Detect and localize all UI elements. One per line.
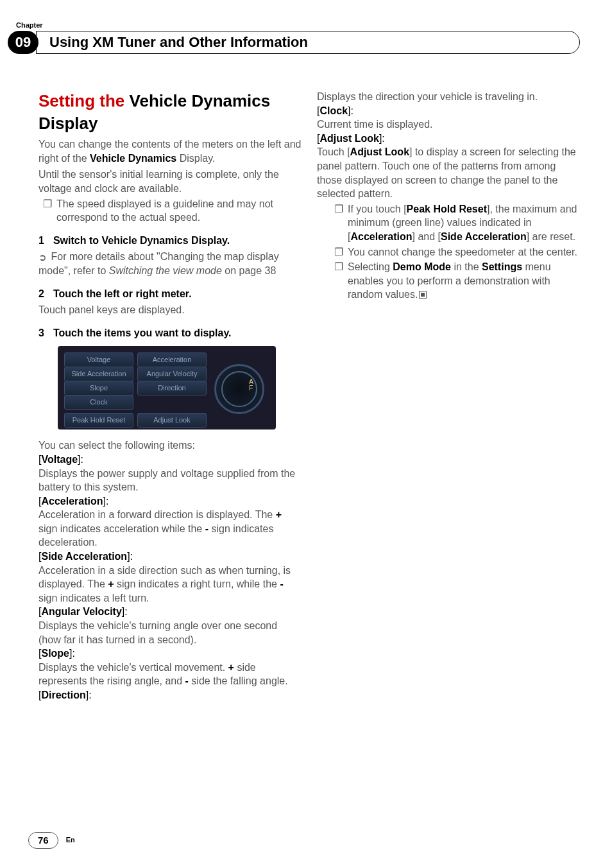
item-slope-body: Displays the vehicle's vertical movement… <box>38 661 302 688</box>
ss-btn-direction: Direction <box>137 381 207 395</box>
note-peak-reset-text: If you touch [Peak Hold Reset], the maxi… <box>348 202 580 244</box>
heading-red: Setting the <box>38 91 130 110</box>
ss-btn-peak-hold-reset: Peak Hold Reset <box>64 413 133 428</box>
chapter-label: Chapter <box>16 21 43 30</box>
item-voltage: [Voltage]: <box>38 453 302 467</box>
intro-para-1: You can change the contents of the meter… <box>38 137 302 165</box>
ss-btn-voltage: Voltage <box>64 352 133 367</box>
intro-para-2: Until the sensor's initial learning is c… <box>38 168 302 195</box>
page-footer: 76 En <box>28 832 75 849</box>
item-acceleration-body: Acceleration in a forward direction is d… <box>38 508 302 550</box>
item-adjust-look-body: Touch [Adjust Look] to display a screen … <box>317 145 580 200</box>
note-demo-mode: ❐ Selecting Demo Mode in the Settings me… <box>330 260 580 302</box>
ss-btn-acceleration: Acceleration <box>137 352 207 367</box>
note-center-speedo: ❐ You cannot change the speedometer at t… <box>330 245 580 259</box>
item-voltage-body: Displays the power supply and voltage su… <box>38 467 302 494</box>
ss-btn-slope: Slope <box>64 381 133 395</box>
item-side-acceleration: [Side Acceleration]: <box>38 550 302 564</box>
right-column: Displays the direction your vehicle is t… <box>317 90 580 702</box>
note-icon: ❐ <box>330 202 348 244</box>
left-column: Setting the Vehicle Dynamics Display You… <box>38 90 302 702</box>
item-slope: [Slope]: <box>38 647 302 661</box>
note-peak-reset: ❐ If you touch [Peak Hold Reset], the ma… <box>330 202 580 244</box>
item-direction-body: Displays the direction your vehicle is t… <box>317 90 580 104</box>
item-angular-velocity-body: Displays the vehicle's turning angle ove… <box>38 619 302 647</box>
item-angular-velocity: [Angular Velocity]: <box>38 605 302 619</box>
item-clock: [Clock]: <box>317 104 580 118</box>
step-1-body: ➲ For more details about "Changing the m… <box>38 250 302 277</box>
page-language: En <box>66 835 75 845</box>
note-demo-mode-text: Selecting Demo Mode in the Settings menu… <box>348 260 580 302</box>
item-acceleration: [Acceleration]: <box>38 494 302 508</box>
end-section-icon <box>419 291 427 299</box>
note-bullet: ❐ The speed displayed is a guideline and… <box>38 197 302 225</box>
device-screenshot: Voltage Acceleration Side Acceleration A… <box>58 346 276 430</box>
ss-btn-side-acceleration: Side Acceleration <box>64 367 133 381</box>
item-side-acceleration-body: Acceleration in a side direction such as… <box>38 564 302 605</box>
note-center-speedo-text: You cannot change the speedometer at the… <box>348 245 580 259</box>
step-2-body: Touch panel keys are displayed. <box>38 303 302 317</box>
ss-btn-adjust-look: Adjust Look <box>137 413 207 428</box>
step-1: 1Switch to Vehicle Dynamics Display. <box>38 234 302 248</box>
note-text: The speed displayed is a guideline and m… <box>56 197 302 225</box>
step-2: 2Touch the left or right meter. <box>38 287 302 301</box>
ss-gauge: AF <box>214 364 264 414</box>
note-icon: ❐ <box>38 197 56 225</box>
item-direction: [Direction]: <box>38 688 302 702</box>
chapter-number-badge: 09 <box>8 31 38 54</box>
ss-btn-angular-velocity: Angular Velocity <box>137 367 207 381</box>
item-adjust-look: [Adjust Look]: <box>317 132 580 146</box>
items-intro: You can select the following items: <box>38 438 302 453</box>
page-number: 76 <box>28 832 58 849</box>
page-header: Using XM Tuner and Other Information <box>36 31 580 54</box>
link-arrow-icon: ➲ <box>38 251 47 264</box>
note-icon: ❐ <box>330 260 348 302</box>
note-icon: ❐ <box>330 245 348 259</box>
step-3: 3Touch the items you want to display. <box>38 326 302 340</box>
section-heading: Setting the Vehicle Dynamics Display <box>38 90 302 135</box>
ss-btn-clock: Clock <box>64 395 133 410</box>
item-clock-body: Current time is displayed. <box>317 117 580 132</box>
